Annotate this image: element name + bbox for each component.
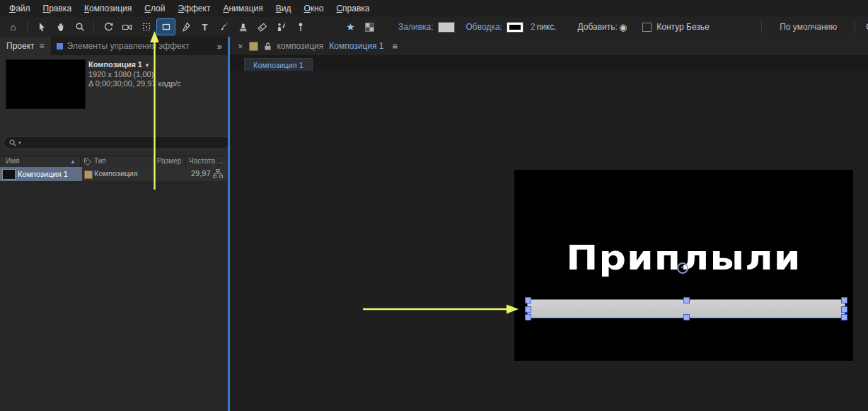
menu-animation[interactable]: Анимация bbox=[216, 1, 269, 16]
add-label: Добавить: bbox=[578, 22, 618, 32]
composition-panel-tabs: × композиция Композиция 1 ≡ bbox=[230, 37, 868, 56]
bezier-path-checkbox[interactable] bbox=[642, 23, 652, 32]
column-header-rate[interactable]: Частота ... bbox=[189, 157, 223, 165]
label-color-chip[interactable] bbox=[84, 170, 93, 179]
selection-handle[interactable] bbox=[841, 314, 847, 320]
project-panel: Проект ≡ Элементы управления эффект » Ко… bbox=[0, 37, 228, 411]
selection-handle[interactable] bbox=[525, 297, 531, 303]
composition-name[interactable]: Композиция 1 bbox=[88, 60, 142, 69]
viewer-tab-label: Композиция 1 bbox=[253, 61, 303, 69]
menu-window[interactable]: Окно bbox=[298, 1, 330, 16]
toolbar: ⌂ T bbox=[0, 17, 868, 37]
comp-label-color-chip[interactable] bbox=[249, 42, 258, 51]
comp-panel-menu-icon[interactable]: ≡ bbox=[392, 41, 398, 52]
column-header-name[interactable]: Имя bbox=[6, 157, 19, 165]
workspace-partial-label: С bbox=[860, 22, 868, 32]
selection-handle[interactable] bbox=[525, 306, 531, 313]
tab-project[interactable]: Проект ≡ bbox=[0, 37, 51, 55]
frame-icon bbox=[141, 22, 151, 32]
effect-controls-panel-icon bbox=[57, 43, 63, 50]
rectangle-shape-layer[interactable] bbox=[527, 299, 845, 318]
search-input[interactable] bbox=[23, 138, 225, 148]
viewer-tab-composition-1[interactable]: Композиция 1 bbox=[244, 58, 313, 71]
preserve-transparency-button[interactable]: ★ bbox=[342, 19, 359, 35]
sort-ascending-icon[interactable]: ▲ bbox=[70, 158, 76, 165]
flowchart-icon[interactable] bbox=[213, 169, 223, 178]
transparency-grid-button[interactable] bbox=[361, 19, 378, 35]
menu-composition[interactable]: Композиция bbox=[78, 1, 138, 16]
row-name-cell[interactable]: Композиция 1 bbox=[0, 167, 82, 181]
row-thumbnail-icon bbox=[2, 169, 16, 180]
tab-effect-controls[interactable]: Элементы управления эффект bbox=[51, 41, 190, 51]
column-divider[interactable] bbox=[154, 156, 155, 167]
add-menu-icon[interactable]: ◉ bbox=[619, 23, 627, 32]
pen-tool-button[interactable] bbox=[177, 19, 195, 35]
workspace-selector[interactable]: По умолчанию bbox=[767, 22, 850, 32]
clone-stamp-tool-button[interactable] bbox=[234, 19, 252, 35]
column-header-size[interactable]: Размер bbox=[157, 157, 181, 165]
stamp-icon bbox=[238, 22, 248, 32]
selection-handle[interactable] bbox=[841, 297, 847, 303]
menu-file[interactable]: Файл bbox=[3, 1, 37, 16]
rotate-icon bbox=[103, 22, 113, 32]
roto-brush-tool-button[interactable] bbox=[272, 19, 290, 35]
column-divider[interactable] bbox=[219, 156, 219, 167]
pan-behind-tool-button[interactable] bbox=[137, 19, 155, 35]
selection-tool-button[interactable] bbox=[33, 19, 50, 35]
toolbar-separator bbox=[761, 21, 762, 33]
bezier-path-label: Контур Безье bbox=[656, 22, 710, 32]
camera-tool-button[interactable] bbox=[118, 19, 136, 35]
composition-viewport[interactable]: Приплыли bbox=[230, 71, 868, 411]
lock-icon[interactable] bbox=[264, 42, 272, 50]
home-button[interactable]: ⌂ bbox=[4, 19, 22, 35]
column-divider[interactable] bbox=[80, 156, 81, 167]
tab-effect-controls-label: Элементы управления эффект bbox=[67, 41, 190, 51]
selection-handle[interactable] bbox=[841, 306, 847, 313]
brush-tool-button[interactable] bbox=[215, 19, 233, 35]
menu-help[interactable]: Справка bbox=[330, 1, 376, 16]
cursor-icon bbox=[37, 22, 47, 32]
rectangle-tool-button[interactable] bbox=[156, 18, 175, 35]
row-type-label: Композиция bbox=[94, 169, 138, 178]
brush-icon bbox=[219, 22, 229, 32]
type-icon: T bbox=[202, 23, 208, 32]
menu-layer[interactable]: Слой bbox=[138, 1, 171, 16]
table-row[interactable]: Композиция 1 Композиция 29,97 bbox=[0, 167, 228, 181]
puppet-pin-tool-button[interactable] bbox=[291, 19, 309, 35]
label-color-column-icon[interactable] bbox=[83, 158, 91, 166]
menu-view[interactable]: Вид bbox=[270, 1, 298, 16]
composition-name-dropdown-icon[interactable]: ▼ bbox=[144, 62, 150, 69]
project-panel-empty-area[interactable] bbox=[0, 181, 228, 411]
fill-label[interactable]: Заливка: bbox=[398, 22, 434, 32]
hand-tool-button[interactable] bbox=[52, 19, 69, 35]
fill-swatch[interactable] bbox=[438, 22, 455, 33]
composition-canvas[interactable]: Приплыли bbox=[514, 170, 853, 361]
stroke-label[interactable]: Обводка: bbox=[466, 22, 502, 32]
anchor-point-icon[interactable] bbox=[677, 262, 688, 274]
magnifier-icon bbox=[75, 22, 85, 32]
pin-icon bbox=[296, 22, 306, 32]
selection-handle[interactable] bbox=[683, 314, 690, 320]
stroke-swatch[interactable] bbox=[507, 22, 523, 33]
panel-menu-icon[interactable]: ≡ bbox=[40, 41, 45, 51]
rotation-tool-button[interactable] bbox=[99, 19, 117, 35]
rectangle-icon bbox=[161, 22, 171, 32]
selection-handle[interactable] bbox=[525, 314, 531, 320]
viewer-tab-row: Композиция 1 bbox=[230, 55, 868, 71]
project-panel-tabs: Проект ≡ Элементы управления эффект » bbox=[0, 37, 228, 56]
panel-comp-title[interactable]: Композиция 1 bbox=[329, 41, 383, 51]
search-options-caret-icon[interactable]: ▾ bbox=[18, 140, 21, 146]
selection-handle[interactable] bbox=[683, 297, 690, 303]
composition-panel: × композиция Композиция 1 ≡ Композиция 1… bbox=[230, 37, 868, 411]
close-panel-icon[interactable]: × bbox=[238, 41, 243, 52]
stroke-width-value[interactable]: 2 bbox=[531, 22, 536, 32]
panel-overflow-chevron[interactable]: » bbox=[217, 41, 228, 52]
column-divider[interactable] bbox=[185, 156, 186, 167]
type-tool-button[interactable]: T bbox=[196, 19, 214, 35]
eraser-tool-button[interactable] bbox=[253, 19, 271, 35]
menu-effect[interactable]: Эффект bbox=[172, 1, 217, 16]
menu-edit[interactable]: Правка bbox=[37, 1, 79, 16]
zoom-tool-button[interactable] bbox=[71, 19, 88, 35]
column-header-type[interactable]: Тип bbox=[94, 157, 106, 165]
row-rate-label: 29,97 bbox=[191, 169, 211, 178]
